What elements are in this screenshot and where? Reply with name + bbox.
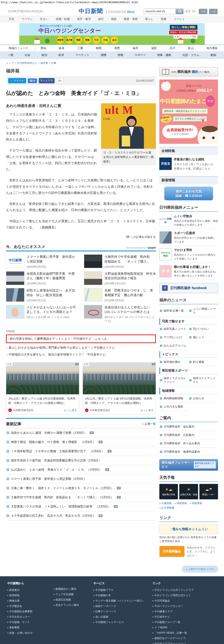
footer-link[interactable]: 採用情報	[7, 593, 48, 598]
sidebar-link[interactable]: 写(うつ)ろい	[189, 325, 218, 333]
utility-nav-item[interactable]: 住まい	[40, 17, 49, 21]
footer-link[interactable]: 記事データベース	[93, 609, 147, 614]
search-icon[interactable]	[176, 8, 184, 14]
tweet-button[interactable]: ツイート	[8, 78, 26, 83]
latest-article-row[interactable]: 映画で発信 嶺南の魅力 ロケ誘致 第１弾撮影 （2月6日）	[6, 438, 156, 447]
breadcrumb-item[interactable]: 福井発	[40, 62, 51, 64]
recommend-item[interactable]: 全国高文祭弁論部門県予選 中西さん（藤島２年）最優秀賞 (2019年2月4日)	[6, 271, 78, 286]
sidebar-link[interactable]: 釣り週報	[189, 358, 218, 366]
member-register-cta[interactable]: 会員登録受付中! いますぐcheck!!	[162, 125, 198, 138]
jal-more-link[interactable]: もっと見る	[141, 408, 154, 412]
utility-nav-item[interactable]: 囲碁・将棋	[124, 17, 138, 21]
category-nav-item[interactable]: 一面	[8, 53, 13, 57]
latest-article-title[interactable]: ＪＲ福井駅周辺 ２６年かけ整備 土地区画整理が完了 （2月6日）	[11, 450, 104, 453]
search-input[interactable]	[144, 8, 176, 14]
sidebar-link[interactable]: 県内映画館情報	[159, 394, 189, 403]
hatena-bookmark-button[interactable]: B! 0	[28, 78, 37, 83]
category-nav-item[interactable]: 動画	[211, 53, 216, 57]
footer-link[interactable]: 中日ドラゴンズ公式ファンクラブ	[153, 588, 206, 593]
utility-nav-item[interactable]: イベント	[174, 17, 185, 21]
region-nav-item[interactable]: 石川	[170, 46, 175, 50]
latest-article-title[interactable]: 映画で発信 嶺南の魅力 ロケ誘致 第１弾撮影 （2月6日）	[11, 440, 95, 444]
recommend-item-title[interactable]: 大野油坂道路用地取得状況 昨年末現在住民説明会で報告	[104, 271, 156, 281]
latest-article-title[interactable]: 大型農業ハウスが完成 ＪＡ花咲ふくい 環境制御型の鉄骨 （2月5日）	[11, 505, 111, 508]
ad-close-icon[interactable]: ✕	[152, 363, 155, 365]
region-nav-item[interactable]: 岐阜	[59, 46, 64, 50]
kikaku-item[interactable]: 昇龍道 昇龍道の新たなる挑戦 ２月２５日（月）ウィルあいち先着８００名。応募はこ…	[159, 157, 218, 173]
jal-ad[interactable]: 広告 ✕ JAL公式／東京-シアトル線 3月31日新規就航。北米西部・中部エリア…	[83, 362, 156, 414]
kenmin-menu-item[interactable]: スポーツ応援席 県内の市民スポーツの結果を掲載しています	[159, 229, 218, 246]
weather-tile[interactable]: ☀☁ 福井県の天気	[159, 484, 178, 499]
footer-link[interactable]: 中日新聞の本	[93, 593, 147, 598]
facebook-banner[interactable]: f 日刊県民福井 facebook	[159, 283, 218, 293]
recommend-item-title[interactable]: イビキが止まらない人には○○が不足してる。イビキの原因とは？	[26, 305, 78, 314]
weather-link[interactable]: お天気映像	[159, 506, 174, 510]
latest-article-title[interactable]: スマート農業に県予算 新年度から実証実験（2月5日）	[11, 477, 87, 481]
footer-link[interactable]: 紙面案内	[7, 588, 48, 593]
footer-link[interactable]: 中日会クラブホームページ	[153, 641, 206, 644]
font-smaller-button[interactable]: －小	[209, 9, 218, 14]
print-article-link[interactable]: この記事を印刷する	[6, 235, 156, 239]
article-list-link[interactable]: 記事一覧	[143, 422, 156, 426]
category-nav-item[interactable]: 特集・連載	[157, 53, 171, 57]
region-nav-item[interactable]: 長野	[114, 46, 120, 50]
nurse-navi-ad[interactable]: 東海エリアの 人気病院の情報が100以上!! 中日看護師のたまご ナビ 資料請求…	[159, 80, 218, 144]
utility-nav-item[interactable]: 旅行	[98, 17, 104, 21]
recommend-item-title[interactable]: 大麻所持で中学生逮捕 県内初 容疑認める 「ネットで購入」	[104, 254, 156, 264]
jal-more-link[interactable]: もっと見る	[64, 408, 77, 412]
pr-link[interactable]: 中部地区の大学を探すなら、地元の進学情報サイトで！「中日進学ナビ」	[6, 351, 156, 358]
back-to-top-button[interactable]: このページのトップへ	[182, 566, 218, 572]
utility-nav-item[interactable]: 医療	[161, 17, 166, 21]
latest-article-title[interactable]: 大麻所持で中学生逮捕 県内初 容疑認める 「ネットで購入」（2月5日）	[11, 496, 114, 499]
footer-link[interactable]: 中日新聞・ＮＩＥ	[7, 620, 48, 625]
footer-link[interactable]: 表彰事業	[7, 625, 48, 630]
latest-article-title[interactable]: 立春に春一番吹く 福井１３．２メートル敦賀１６．６メートル（2月5日）	[11, 486, 114, 490]
footer-link[interactable]: 中日新聞プラス	[93, 588, 147, 593]
sidebar-link[interactable]: お知らせ	[189, 394, 218, 403]
utility-nav-item[interactable]: 進学・教育	[77, 17, 91, 21]
recommend-item[interactable]: 大野油坂道路用地取得状況 昨年末現在住民説明会で報告 (2019年1月31日)	[84, 271, 156, 286]
category-nav-item[interactable]: 経済	[58, 53, 64, 57]
latest-article-row[interactable]: 仏が認めた とみつ金時 美食ガイド「ゴ・エ・ミヨ」（2月6日）	[6, 465, 156, 474]
footer-link[interactable]: 紙面広告掲載	[53, 597, 88, 602]
utility-nav-item[interactable]: 暮らし	[145, 17, 154, 21]
footer-link[interactable]: 中日ハウジングセンター	[153, 604, 206, 609]
font-larger-button[interactable]: ＋大	[199, 9, 207, 14]
kokutai-banner[interactable]: 福井しあわせ元気国体・障スポ2018	[164, 186, 213, 200]
pr-link[interactable]: 旅の写真を投稿して豪華賞品をゲットしよう！中日旅行ナビ「ぶらっ人」	[6, 334, 156, 343]
recommend-item-title[interactable]: 名称「恐竜渓谷かつやま」に 来春開業予定 勝山市道の駅	[104, 288, 156, 298]
latest-article-title[interactable]: 福井市負担３０億円超 市議会特別委建設費を市が試算（2月6日）	[11, 458, 101, 462]
utility-nav-item[interactable]: 相談	[111, 17, 117, 21]
footer-link[interactable]: 中日新聞グループ一覧	[153, 620, 206, 625]
latest-article-row[interactable]: ４０年超原発の完工遅れ 高浜９カ月、美浜６カ月（2月5日）	[6, 511, 156, 520]
latest-article-row[interactable]: スマート農業に県予算 新年度から実証実験（2月5日）	[6, 474, 156, 484]
footer-link[interactable]: 中日懇話会	[7, 604, 48, 609]
sidebar-link[interactable]: 日刊県民福井 折り込み案内	[159, 439, 218, 448]
category-nav-item[interactable]: 国際	[101, 53, 106, 57]
recommend-item[interactable]: イビキが止まらない人には○○が不足してる。イビキの原因とは？ AD (いぶきの実…	[6, 305, 78, 323]
footer-link[interactable]: サンデー版大図解（バックナンバー購入）	[93, 598, 147, 604]
footer-link[interactable]: 中日ドラゴンズ球団公式サイト	[153, 593, 206, 598]
latest-article-row[interactable]: 福井市負担３０億円超 市議会特別委建設費を市が試算（2月6日）	[6, 456, 156, 465]
utility-nav-item[interactable]: 就職・転職	[56, 17, 70, 21]
ad-close-icon[interactable]: ✕	[75, 363, 79, 365]
sidebar-link[interactable]: 福井発 記事一覧	[159, 305, 189, 317]
sidebar-link[interactable]: 日刊県民福井 後援申請案内	[159, 448, 218, 456]
footer-link[interactable]: 新聞広告データアーカイブ	[153, 636, 206, 641]
region-nav-item[interactable]: 富山	[188, 46, 194, 50]
category-nav-item[interactable]: 特報	[118, 53, 123, 57]
latest-article-row[interactable]: 大型農業ハウスが完成 ＪＡ花咲ふくい 環境制御型の鉄骨 （2月5日）	[6, 502, 156, 511]
google-plus-button[interactable]: G+	[56, 78, 64, 83]
recommend-item-title[interactable]: スマート農業に県予算 新年度から実証実験	[26, 254, 78, 264]
facebook-share-button[interactable]: シェア 0	[39, 78, 55, 83]
weather-tile[interactable]: ☀ 全国の天気・気温	[179, 484, 198, 499]
footer-link[interactable]: 「HAPPY NEWS」記事一覧	[153, 630, 206, 636]
kenmin-menu-item[interactable]: 隣の仕事場 お邪魔します！ 働き方の改革に取り組む企業を訪ね、幸せに働けるヒント…	[159, 263, 218, 280]
sidebar-link[interactable]: 日刊県民福井 広告案内	[159, 431, 218, 439]
region-nav-item[interactable]: 三重	[77, 46, 83, 50]
sidebar-link[interactable]: 日刊県民福井 会社案内	[159, 422, 218, 431]
pr-link[interactable]: 暮らしの小さな悩みや疑問に専門家が無料でお答えします！／中日教えてナビ	[6, 344, 156, 351]
kenmin-menu-item[interactable]: でかけま専科 でかけま専科 県内外のイベントやお出かけ案内などを収録しています	[159, 246, 218, 263]
recommend-item-title[interactable]: 全国高文祭弁論部門県予選 中西さん（藤島２年）最優秀賞	[26, 271, 78, 281]
site-logo[interactable]: 中日新聞 ｜CHUNICHI Web	[79, 7, 135, 15]
